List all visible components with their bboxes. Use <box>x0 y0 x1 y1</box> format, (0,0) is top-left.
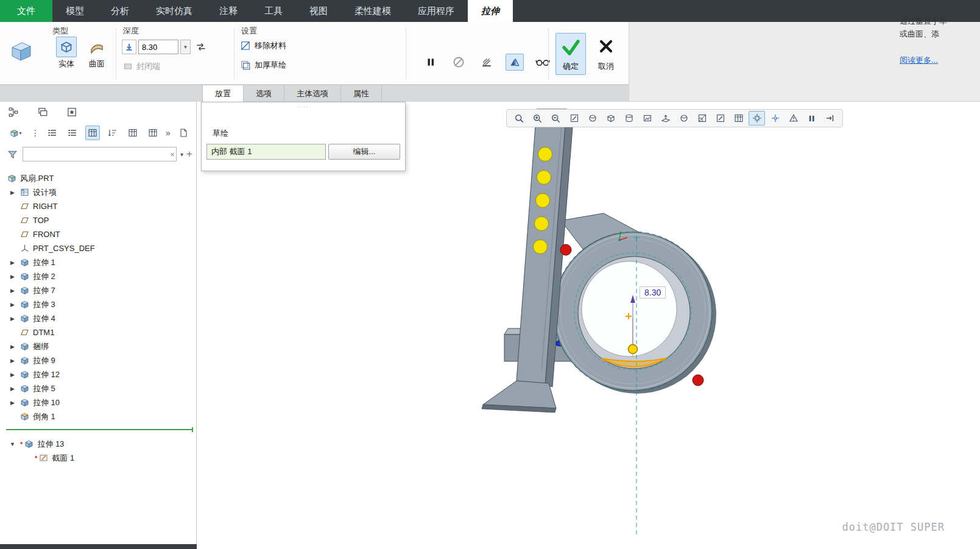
search-dropdown-icon[interactable]: ▾ <box>180 151 183 158</box>
display-style-icon[interactable] <box>602 111 619 126</box>
extrude-depth-dimension[interactable]: 8.30 <box>640 286 666 299</box>
tree-item-extrude-12[interactable]: ▶拉伸 12 <box>0 367 196 381</box>
toolbar-overflow-icon[interactable]: » <box>166 128 171 138</box>
detail-columns-icon[interactable] <box>146 126 160 140</box>
expand-arrow-icon[interactable]: ▶ <box>9 288 16 294</box>
flip-direction-icon[interactable] <box>192 39 210 55</box>
depth-dropdown-icon[interactable]: ▾ <box>180 40 191 54</box>
expand-arrow-icon[interactable]: ▶ <box>9 358 16 364</box>
expand-arrow-icon[interactable]: ▶ <box>9 302 16 308</box>
tree-item-csys[interactable]: PRT_CSYS_DEF <box>0 241 196 255</box>
model-tree-toggle-icon[interactable] <box>6 105 21 119</box>
shading-style-icon[interactable] <box>584 111 601 126</box>
annotation-display-icon[interactable] <box>712 111 728 126</box>
tree-search-input[interactable] <box>23 147 177 161</box>
geometry-check-icon[interactable] <box>478 54 496 71</box>
pause-icon[interactable] <box>421 54 440 71</box>
tree-item-extrude-10[interactable]: ▶拉伸 10 <box>0 395 196 409</box>
tree-item-chamfer-1[interactable]: 倒角 1 <box>0 409 196 423</box>
menu-tab-annotate[interactable]: 注释 <box>206 0 251 22</box>
tree-item-right-plane[interactable]: RIGHT <box>0 199 196 213</box>
menu-tab-analysis[interactable]: 分析 <box>97 0 143 22</box>
menu-tab-tools[interactable]: 工具 <box>251 0 296 22</box>
tab-placement[interactable]: 放置 <box>202 85 244 102</box>
read-more-link[interactable]: 阅读更多... <box>900 54 938 66</box>
refit-icon[interactable] <box>511 111 527 126</box>
saved-views-icon[interactable] <box>621 111 637 126</box>
tab-options[interactable]: 选项 <box>244 85 284 102</box>
tree-item-part-root[interactable]: 风扇.PRT <box>0 171 196 185</box>
tree-item-extrude-4[interactable]: ▶拉伸 4 <box>0 311 196 325</box>
expand-arrow-icon[interactable]: ▶ <box>9 344 16 350</box>
tree-menu-icon[interactable]: ⋮ <box>31 128 40 138</box>
expand-arrow-icon[interactable]: ▶ <box>9 316 16 322</box>
filter-funnel-icon[interactable] <box>5 147 19 161</box>
tree-item-design-items[interactable]: ▶设计项 <box>0 185 196 199</box>
panel-grip-handle[interactable]: ∙∙∙∙ <box>202 103 405 110</box>
zoom-out-icon[interactable] <box>548 111 564 126</box>
depth-drag-handle[interactable] <box>629 345 638 354</box>
menu-tab-flexible-modeling[interactable]: 柔性建模 <box>341 0 404 22</box>
pause-display-icon[interactable] <box>803 111 820 126</box>
menu-tab-file[interactable]: 文件 <box>0 0 52 22</box>
expand-arrow-icon[interactable]: ▶ <box>9 260 16 266</box>
warning-display-icon[interactable] <box>785 111 802 126</box>
attached-preview-icon[interactable] <box>506 54 524 71</box>
depth-value-input[interactable] <box>138 40 178 54</box>
tree-item-extrude-2[interactable]: ▶拉伸 2 <box>0 269 196 283</box>
view-normal-icon[interactable] <box>657 111 674 126</box>
menu-tab-model[interactable]: 模型 <box>52 0 97 22</box>
favorites-icon[interactable] <box>65 105 79 119</box>
layer-tree-icon[interactable] <box>35 105 50 119</box>
solid-type-button[interactable]: 实体 <box>52 37 80 69</box>
list-display-icon[interactable] <box>45 126 60 140</box>
section-view-icon[interactable] <box>694 111 710 126</box>
collapse-arrow-icon[interactable]: ▼ <box>9 441 16 447</box>
sketch-reference-field[interactable]: 内部 截面 1 <box>206 144 326 160</box>
thicken-sketch-toggle[interactable]: 加厚草绘 <box>240 60 286 71</box>
tree-columns-toggle[interactable] <box>85 126 100 140</box>
tree-item-extrude-7[interactable]: ▶拉伸 7 <box>0 283 196 297</box>
tree-item-bundle[interactable]: ▶捆绑 <box>0 339 196 353</box>
menu-tab-view[interactable]: 视图 <box>296 0 341 22</box>
tree-item-top-plane[interactable]: TOP <box>0 213 196 227</box>
surface-type-button[interactable]: 曲面 <box>83 37 111 69</box>
expand-arrow-icon[interactable]: ▶ <box>9 274 16 280</box>
datum-display-filter-icon[interactable] <box>730 111 747 126</box>
menu-tab-applications[interactable]: 应用程序 <box>404 0 468 22</box>
tree-item-extrude-9[interactable]: ▶拉伸 9 <box>0 353 196 367</box>
edit-sketch-button[interactable]: 编辑... <box>328 144 400 160</box>
tree-item-front-plane[interactable]: FRONT <box>0 227 196 241</box>
image-capture-icon[interactable] <box>639 111 655 126</box>
clip-end-icon[interactable] <box>822 111 838 126</box>
tree-item-extrude-1[interactable]: ▶拉伸 1 <box>0 255 196 269</box>
menu-tab-live-sim[interactable]: 实时仿真 <box>143 0 206 22</box>
notes-page-icon[interactable] <box>176 126 191 140</box>
tree-item-extrude-5[interactable]: ▶拉伸 5 <box>0 381 196 395</box>
group-sort-icon[interactable] <box>105 126 120 140</box>
remove-material-toggle[interactable]: 移除材料 <box>240 40 286 51</box>
zoom-in-icon[interactable] <box>529 111 546 126</box>
tree-item-extrude-3[interactable]: ▶拉伸 3 <box>0 297 196 311</box>
appearance-icon[interactable] <box>675 111 692 126</box>
ok-button[interactable]: 确定 <box>555 33 586 75</box>
expand-arrow-icon[interactable]: ▶ <box>9 400 16 406</box>
no-preview-icon[interactable] <box>449 54 468 71</box>
expand-arrow-icon[interactable]: ▶ <box>9 386 16 392</box>
glasses-preview-icon[interactable] <box>534 54 552 71</box>
tab-properties[interactable]: 属性 <box>341 85 382 102</box>
expand-arrow-icon[interactable]: ▶ <box>9 372 16 378</box>
tab-body-options[interactable]: 主体选项 <box>284 85 341 102</box>
list-settings-icon[interactable] <box>65 126 80 140</box>
add-filter-icon[interactable]: + <box>186 148 192 160</box>
expand-arrow-icon[interactable]: ▶ <box>9 189 16 196</box>
clear-search-icon[interactable]: × <box>167 150 177 159</box>
depth-type-icon[interactable] <box>122 40 136 54</box>
cancel-button[interactable]: 取消 <box>591 33 621 75</box>
tree-item-dtm1[interactable]: DTM1 <box>0 325 196 339</box>
tree-item-section-1[interactable]: *截面 1 <box>0 451 196 465</box>
column-display-icon[interactable] <box>125 126 140 140</box>
tree-item-extrude-13-active[interactable]: ▼*拉伸 13 <box>0 437 196 451</box>
active-part-filter-icon[interactable]: ▾ <box>6 126 26 140</box>
repaint-icon[interactable] <box>566 111 582 126</box>
